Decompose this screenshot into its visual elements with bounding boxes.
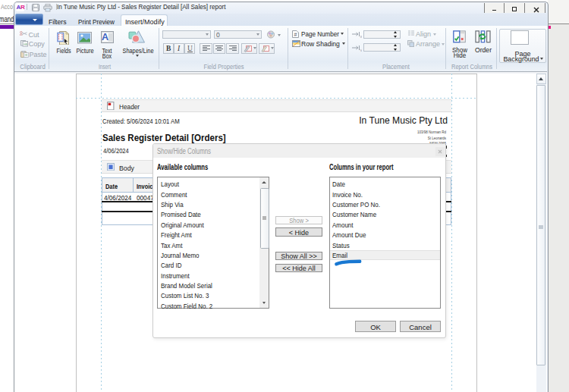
- svg-text:A: A: [102, 32, 108, 42]
- svg-text:x: x: [360, 34, 363, 38]
- svg-text:y: y: [360, 48, 363, 52]
- svg-text:#: #: [294, 32, 297, 37]
